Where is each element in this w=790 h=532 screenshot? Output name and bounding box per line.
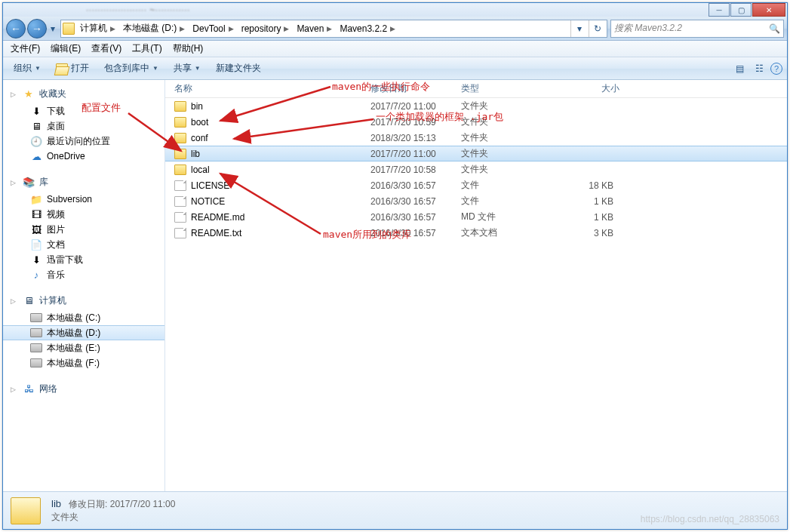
crumb-label: Maven — [297, 23, 324, 34]
folder-icon — [174, 165, 186, 175]
open-button[interactable]: 打开 — [50, 60, 95, 77]
rows-container: bin2017/7/20 11:00文件夹boot2017/7/20 10:59… — [165, 98, 787, 241]
nav-history-dropdown[interactable]: ▾ — [48, 19, 57, 38]
computer-icon: 🖥 — [23, 295, 35, 307]
menu-tools[interactable]: 工具(T) — [128, 41, 166, 57]
file-icon — [174, 196, 186, 207]
help-button[interactable]: ? — [770, 63, 782, 75]
crumb-repository[interactable]: repository▶ — [238, 20, 292, 37]
row-name: bin — [191, 101, 370, 112]
list-item[interactable]: boot2017/7/20 10:59文件夹 — [165, 114, 787, 130]
sidebar-item-d-drive[interactable]: 本地磁盘 (D:) — [3, 325, 164, 340]
col-date[interactable]: 修改日期 — [370, 82, 461, 95]
menu-edit[interactable]: 编辑(E) — [46, 41, 85, 57]
row-date: 2016/3/30 16:57 — [370, 196, 461, 207]
search-icon: 🔍 — [769, 23, 780, 34]
share-button[interactable]: 共享▼ — [168, 60, 207, 77]
sidebar-item-subversion[interactable]: 📁Subversion — [3, 192, 164, 207]
sidebar-favorites-header[interactable]: ▷★收藏夹 — [3, 86, 164, 103]
sidebar-network-header[interactable]: ▷🖧网络 — [3, 381, 164, 398]
menu-view[interactable]: 查看(V) — [87, 41, 126, 57]
folder-icon — [63, 23, 75, 35]
sidebar-favorites: ▷★收藏夹 ⬇下载 🖥桌面 🕘最近访问的位置 ☁OneDrive — [3, 86, 164, 164]
address-bar[interactable]: 计算机▶ 本地磁盘 (D:)▶ DevTool▶ repository▶ Mav… — [60, 20, 607, 38]
chevron-right-icon: ▶ — [284, 25, 289, 32]
list-item[interactable]: conf2018/3/20 15:13文件夹 — [165, 130, 787, 146]
back-button[interactable]: ← — [6, 19, 26, 38]
toolbar: 组织▼ 打开 包含到库中▼ 共享▼ 新建文件夹 ▤ ☷ ? — [3, 57, 787, 80]
list-item[interactable]: README.md2016/3/30 16:57MD 文件1 KB — [165, 209, 787, 225]
crumb-computer[interactable]: 计算机▶ — [76, 20, 118, 37]
sidebar-item-videos[interactable]: 🎞视频 — [3, 207, 164, 222]
folder-icon — [174, 117, 186, 128]
file-icon — [174, 212, 186, 223]
folder-icon — [174, 149, 186, 159]
crumb-maven322[interactable]: Maven3.2.2▶ — [336, 20, 398, 37]
sidebar-item-recent[interactable]: 🕘最近访问的位置 — [3, 134, 164, 149]
row-name: NOTICE — [191, 196, 370, 207]
forward-button[interactable]: → — [27, 19, 47, 38]
list-item[interactable]: bin2017/7/20 11:00文件夹 — [165, 98, 787, 114]
sidebar-libraries-header[interactable]: ▷📚库 — [3, 174, 164, 192]
row-date: 2017/7/20 11:00 — [370, 101, 461, 112]
address-dropdown[interactable]: ▾ — [570, 20, 587, 37]
sidebar-item-e-drive[interactable]: 本地磁盘 (E:) — [3, 340, 164, 355]
list-item[interactable]: README.txt2016/3/30 16:57文本文档3 KB — [165, 225, 787, 241]
drive-icon — [30, 313, 42, 322]
maximize-button[interactable]: ▢ — [730, 3, 752, 17]
list-item[interactable]: LICENSE2016/3/30 16:57文件18 KB — [165, 177, 787, 193]
menu-file[interactable]: 文件(F) — [6, 41, 45, 57]
row-type: MD 文件 — [461, 211, 552, 223]
document-icon: 📄 — [30, 238, 42, 251]
sidebar-item-music[interactable]: ♪音乐 — [3, 267, 164, 282]
column-headers: 名称 修改日期 类型 大小 — [165, 80, 787, 98]
col-size[interactable]: 大小 — [552, 82, 619, 95]
star-icon: ★ — [23, 88, 35, 100]
chevron-right-icon: ▶ — [110, 25, 115, 32]
list-item[interactable]: NOTICE2016/3/30 16:57文件1 KB — [165, 193, 787, 209]
sidebar-item-f-drive[interactable]: 本地磁盘 (F:) — [3, 355, 164, 371]
organize-button[interactable]: 组织▼ — [8, 60, 47, 77]
sidebar-item-thunder[interactable]: ⬇迅雷下载 — [3, 252, 164, 267]
col-type[interactable]: 类型 — [461, 82, 552, 95]
sidebar-network: ▷🖧网络 — [3, 381, 164, 398]
sidebar-item-documents[interactable]: 📄文档 — [3, 237, 164, 252]
col-name[interactable]: 名称 — [174, 82, 370, 95]
close-button[interactable]: ✕ — [752, 3, 785, 17]
drive-icon — [30, 358, 42, 367]
picture-icon: 🖼 — [30, 223, 42, 235]
sidebar-item-pictures[interactable]: 🖼图片 — [3, 222, 164, 237]
chevron-down-icon: ▼ — [195, 65, 201, 72]
sidebar-item-c-drive[interactable]: 本地磁盘 (C:) — [3, 310, 164, 325]
view-mode-button[interactable]: ▤ — [731, 60, 748, 77]
minimize-button[interactable]: ─ — [709, 3, 730, 17]
refresh-button[interactable]: ↻ — [589, 20, 605, 37]
include-library-button[interactable]: 包含到库中▼ — [98, 60, 164, 77]
sidebar-item-desktop[interactable]: 🖥桌面 — [3, 118, 164, 134]
titlebar: ····················· ~············ ─ ▢ … — [3, 3, 787, 17]
sidebar-item-onedrive[interactable]: ☁OneDrive — [3, 149, 164, 164]
chevron-right-icon: ▶ — [327, 25, 332, 32]
preview-pane-button[interactable]: ☷ — [751, 60, 767, 77]
menu-help[interactable]: 帮助(H) — [168, 41, 208, 57]
file-list[interactable]: 名称 修改日期 类型 大小 bin2017/7/20 11:00文件夹boot2… — [165, 80, 787, 491]
chevron-down-icon: ▼ — [152, 65, 158, 72]
collapse-icon: ▷ — [11, 386, 18, 393]
list-item[interactable]: local2017/7/20 10:58文件夹 — [165, 161, 787, 177]
row-name: boot — [191, 117, 370, 128]
row-size: 1 KB — [552, 212, 619, 223]
list-item[interactable]: lib2017/7/20 11:00文件夹 — [165, 146, 787, 161]
sidebar-computer-header[interactable]: ▷🖥计算机 — [3, 293, 164, 310]
crumb-devtool[interactable]: DevTool▶ — [189, 20, 235, 37]
row-date: 2018/3/20 15:13 — [370, 133, 461, 143]
sidebar[interactable]: ▷★收藏夹 ⬇下载 🖥桌面 🕘最近访问的位置 ☁OneDrive ▷📚库 📁Su… — [3, 80, 165, 491]
crumb-d-drive[interactable]: 本地磁盘 (D:)▶ — [119, 20, 187, 37]
search-input[interactable]: 搜索 Maven3.2.2 🔍 — [610, 20, 784, 38]
sidebar-item-downloads[interactable]: ⬇下载 — [3, 103, 164, 118]
network-icon: 🖧 — [23, 383, 35, 395]
row-type: 文件夹 — [461, 163, 552, 176]
details-meta-label: 修改日期: — [69, 499, 107, 509]
crumb-maven[interactable]: Maven▶ — [293, 20, 334, 37]
window-buttons: ─ ▢ ✕ — [709, 3, 785, 17]
new-folder-button[interactable]: 新建文件夹 — [210, 60, 267, 77]
